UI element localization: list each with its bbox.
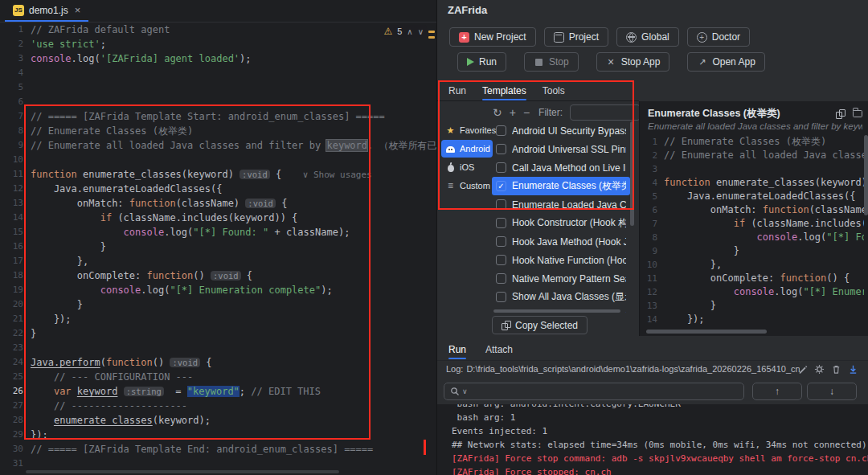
code-line: 24Java.perform(function() :void { <box>0 355 436 370</box>
code-line: 11 onComplete: function() { <box>641 272 864 285</box>
console-tabs: RunAttach <box>448 340 513 359</box>
code-text: function enumerate_classes(keyword) { <box>664 176 864 190</box>
code-text: console.log("[*] Enumeration complete"); <box>31 283 333 297</box>
template-checkbox[interactable] <box>496 199 506 210</box>
template-checkbox[interactable] <box>496 144 506 154</box>
remove-template-icon[interactable] <box>523 107 530 118</box>
button-label: Global <box>641 31 669 43</box>
close-tab-icon[interactable]: × <box>75 4 81 16</box>
zafrida-panel: ZAFrida New ProjectProjectGlobalDoctor R… <box>436 0 868 475</box>
panel-tabs: RunTemplatesTools <box>448 81 565 100</box>
line-number: 7 <box>0 109 31 124</box>
doctor-button[interactable]: Doctor <box>687 27 750 47</box>
code-text: enumerate_classes(keyword); <box>31 413 211 428</box>
code-line: 30// ===== [ZAFrida Template End: androi… <box>0 442 436 457</box>
template-list-item[interactable]: Call Java Method on Live Inst <box>492 158 630 177</box>
template-checkbox[interactable] <box>496 162 506 173</box>
template-list-vertical-scrollbar[interactable] <box>630 121 634 313</box>
code-text: // --- CONFIGURATION --- <box>31 370 193 384</box>
scroll-to-end-icon[interactable] <box>848 363 858 378</box>
log-label: Log: <box>446 364 463 374</box>
console-search-input[interactable]: ∨ <box>444 383 744 400</box>
template-list-item[interactable]: Hook Native Function (Hook <box>492 251 630 269</box>
console-output[interactable]: bash arg: android.intent.category.LAUNCH… <box>437 404 868 475</box>
prev-problem-icon[interactable]: ∧ <box>407 27 412 36</box>
log-path-row: Log:D:\frida_tools\frida_scripts\android… <box>446 364 800 374</box>
template-list-item[interactable]: Hook Constructor (Hook 构造 <box>492 214 630 232</box>
stop-button[interactable]: Stop <box>524 52 579 72</box>
search-prev-button[interactable]: ↑ <box>752 383 802 400</box>
settings-icon[interactable] <box>814 363 825 378</box>
actions-row-2: RunStopStop AppOpen App <box>457 52 765 72</box>
code-text: // ===== [ZAFrida Template End: android_… <box>31 442 373 457</box>
template-checkbox[interactable] <box>496 181 506 191</box>
code-line: 13 } <box>641 299 864 313</box>
copy-selected-button[interactable]: Copy Selected <box>492 316 588 334</box>
open-app-button[interactable]: Open App <box>687 52 764 72</box>
category-ios[interactable]: iOS <box>441 158 493 176</box>
log-path[interactable]: D:\frida_tools\frida_scripts\android\dem… <box>466 364 800 374</box>
template-list-item[interactable]: Hook Java Method (Hook Jav <box>492 232 630 251</box>
template-checkbox[interactable] <box>496 273 506 284</box>
new-project-button[interactable]: New Project <box>449 27 536 47</box>
clear-log-icon[interactable] <box>831 363 841 378</box>
copy-selected-label: Copy Selected <box>515 320 578 331</box>
project-button[interactable]: Project <box>544 27 608 47</box>
template-list-item[interactable]: Show All Java Classes (显示所 <box>492 288 630 306</box>
preview-vertical-scrollbar[interactable] <box>864 135 868 215</box>
line-number: 6 <box>641 203 664 217</box>
inspections-widget[interactable]: ⚠ 5 ∧ ∨ <box>380 25 427 38</box>
editor-tab-demo1js[interactable]: JS demo1.js × <box>5 0 88 22</box>
editor-code-area[interactable]: 1// ZAFrida default agent2'use strict';3… <box>0 23 436 475</box>
button-label: Project <box>569 31 599 43</box>
tab-run[interactable]: Run <box>448 85 466 96</box>
line-number: 29 <box>0 428 31 442</box>
template-checkbox[interactable] <box>496 125 506 136</box>
console-tab-attach[interactable]: Attach <box>485 344 513 355</box>
template-list-item[interactable]: Android UI Security Bypass (A <box>492 121 630 140</box>
edit-log-icon[interactable] <box>797 363 808 378</box>
line-number: 1 <box>0 23 31 37</box>
code-text: Java.enumerateLoadedClasses({ <box>31 182 222 196</box>
search-next-button[interactable]: ↓ <box>807 383 857 400</box>
code-text: }); <box>31 312 72 326</box>
template-checkbox[interactable] <box>496 218 506 228</box>
search-options-chevron-icon[interactable]: ∨ <box>462 387 468 395</box>
add-template-icon[interactable] <box>510 107 516 118</box>
line-number: 6 <box>0 95 31 109</box>
line-number: 9 <box>641 244 664 258</box>
console-tab-run[interactable]: Run <box>448 344 466 355</box>
code-text: onMatch: function(className) { <box>664 203 864 217</box>
template-list-item[interactable]: Android Universal SSL Pinnin <box>492 140 630 158</box>
open-folder-icon[interactable] <box>853 110 862 117</box>
tab-tools[interactable]: Tools <box>542 85 565 96</box>
next-problem-icon[interactable]: ∨ <box>418 27 424 36</box>
template-list-item[interactable]: Enumerate Loaded Java Class <box>492 195 630 214</box>
run-button[interactable]: Run <box>457 52 506 72</box>
template-checkbox[interactable] <box>496 292 506 302</box>
template-list-item[interactable]: Enumerate Classes (枚举类) <box>492 177 630 195</box>
template-checkbox[interactable] <box>496 255 506 265</box>
editor-horizontal-scrollbar[interactable] <box>26 470 339 473</box>
template-checkbox[interactable] <box>496 236 506 247</box>
category-custom[interactable]: Custom <box>441 177 493 195</box>
line-number: 24 <box>0 355 31 370</box>
template-list-item[interactable]: Native Memory Pattern Sear <box>492 269 630 288</box>
preview-description: Enumerate all loaded Java classes and fi… <box>648 121 862 131</box>
tab-templates[interactable]: Templates <box>482 85 526 96</box>
copy-code-icon[interactable] <box>836 109 845 119</box>
line-number: 8 <box>641 231 664 244</box>
category-android[interactable]: Android <box>441 140 493 158</box>
doctor-icon <box>697 32 707 43</box>
code-text: console.log("[*] Found: " + className); <box>31 225 350 240</box>
line-number: 5 <box>641 190 664 203</box>
line-number: 28 <box>0 413 31 428</box>
category-favorites[interactable]: Favorites <box>441 121 493 139</box>
template-list-horizontal-scrollbar[interactable] <box>493 309 620 313</box>
filter-input[interactable] <box>570 104 641 121</box>
preview-horizontal-scrollbar[interactable] <box>646 330 767 334</box>
stop-app-button[interactable]: Stop App <box>596 52 670 72</box>
code-text: } <box>31 297 83 312</box>
refresh-icon[interactable] <box>493 107 502 118</box>
global-button[interactable]: Global <box>616 27 679 47</box>
